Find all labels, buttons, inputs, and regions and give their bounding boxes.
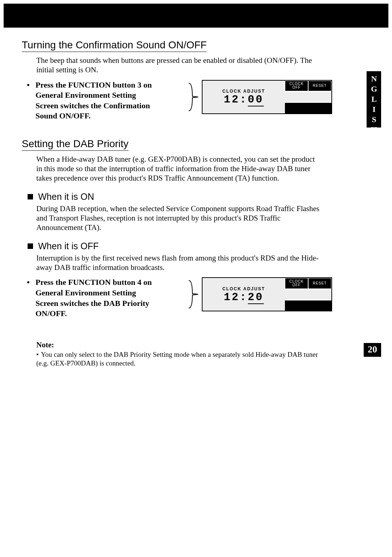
pointer-icon xyxy=(187,82,200,112)
sub-body-off: Interruption is by the first received ne… xyxy=(36,253,319,273)
note-label: Note: xyxy=(36,340,319,350)
display-panel: CLOCK ADJUST 12:20 CLOCKOFF RESET xyxy=(202,277,332,311)
top-black-bar xyxy=(4,4,388,28)
clock-off-button[interactable]: CLOCKOFF xyxy=(285,81,308,92)
step-instruction: Press the FUNCTION button 3 on General E… xyxy=(36,80,155,121)
section-title-confirmation-sound: Turning the Confirmation Sound ON/OFF xyxy=(22,39,207,52)
side-mid-slot xyxy=(285,289,331,300)
square-bullet-icon xyxy=(28,194,33,199)
reset-button[interactable]: RESET xyxy=(308,81,331,92)
step-instruction: Press the FUNCTION button 4 on General E… xyxy=(36,277,155,319)
section-body: The beep that sounds when buttons are pr… xyxy=(36,56,319,75)
reset-button[interactable]: RESET xyxy=(308,278,331,289)
side-bot-slot xyxy=(285,300,331,311)
bullet-icon: • xyxy=(27,277,30,287)
note-item: •You can only select to the DAB Priority… xyxy=(36,350,319,368)
square-bullet-icon xyxy=(28,243,33,249)
sub-body-on: During DAB reception, when the selected … xyxy=(36,204,319,233)
side-mid-slot xyxy=(285,91,331,102)
display-time: 12:20 xyxy=(224,292,264,303)
sub-title-off: When it is OFF xyxy=(38,241,99,252)
clock-off-button[interactable]: CLOCKOFF xyxy=(285,278,308,289)
display-panel: CLOCK ADJUST 12:00 CLOCKOFF RESET xyxy=(202,80,332,114)
sub-title-on: When it is ON xyxy=(38,191,94,202)
section-body: When a Hide-away DAB tuner (e.g. GEX-P70… xyxy=(36,154,319,183)
side-bot-slot xyxy=(285,102,331,113)
language-tab: ENGLISH xyxy=(367,71,381,128)
page-number: 20 xyxy=(364,343,381,357)
display-time: 12:00 xyxy=(224,94,264,105)
pointer-icon xyxy=(187,280,200,309)
section-title-dab-priority: Setting the DAB Priority xyxy=(22,137,128,151)
bullet-icon: • xyxy=(27,80,30,90)
